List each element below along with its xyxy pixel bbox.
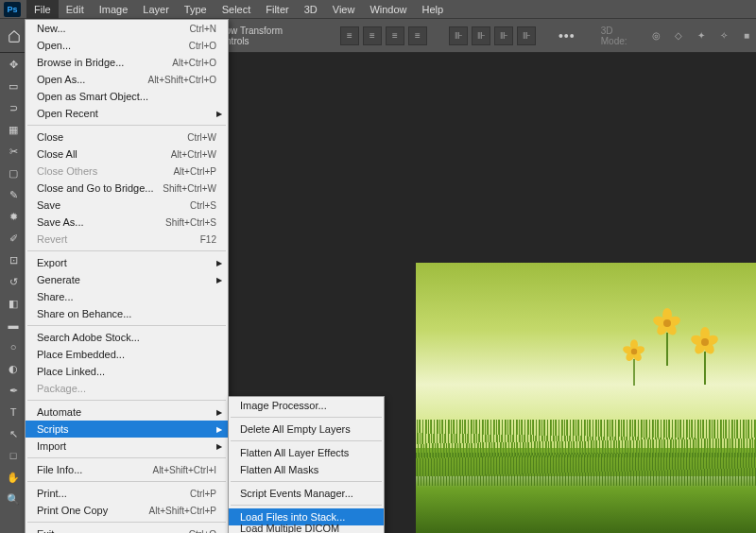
more-options-icon[interactable]: ••• — [558, 28, 576, 43]
menu-item-shortcut: Shift+Ctrl+S — [165, 217, 216, 228]
menu-3d[interactable]: 3D — [297, 0, 325, 19]
file-menu-close-and-go-to-bridge[interactable]: Close and Go to Bridge...Shift+Ctrl+W — [26, 180, 228, 197]
lasso-tool[interactable]: ⊃ — [3, 98, 24, 117]
file-menu-save[interactable]: SaveCtrl+S — [26, 197, 228, 214]
file-menu-new[interactable]: New...Ctrl+N — [26, 20, 228, 37]
file-menu-save-as[interactable]: Save As...Shift+Ctrl+S — [26, 214, 228, 231]
file-menu-file-info[interactable]: File Info...Alt+Shift+Ctrl+I — [26, 461, 228, 478]
eyedropper-tool[interactable]: ✎ — [3, 185, 24, 204]
menu-item-label: Browse in Bridge... — [37, 57, 172, 68]
menu-image[interactable]: Image — [92, 0, 136, 19]
menu-item-label: Exit — [37, 528, 189, 533]
scripts-menu-script-events-manager[interactable]: Script Events Manager... — [229, 485, 384, 502]
menu-item-label: New... — [37, 23, 189, 34]
menu-item-label: Flatten All Masks — [240, 464, 372, 475]
menu-item-label: Image Processor... — [240, 400, 372, 411]
type-tool[interactable]: T — [3, 403, 24, 421]
file-menu-print[interactable]: Print...Ctrl+P — [26, 485, 228, 502]
marquee-tool[interactable]: ▭ — [3, 77, 24, 95]
menu-item-label: Automate — [37, 406, 216, 418]
menu-edit[interactable]: Edit — [59, 0, 92, 19]
menu-item-shortcut: Ctrl+N — [189, 24, 216, 34]
file-menu-open-as[interactable]: Open As...Alt+Shift+Ctrl+O — [26, 71, 228, 88]
menu-item-shortcut: Alt+Ctrl+P — [173, 166, 216, 177]
history-brush-tool[interactable]: ↺ — [3, 272, 24, 291]
align-center-icon[interactable]: ≡ — [363, 26, 382, 45]
file-menu-share[interactable]: Share... — [26, 288, 228, 305]
file-menu-open[interactable]: Open...Ctrl+O — [26, 37, 228, 54]
file-menu-share-on-behance[interactable]: Share on Behance... — [26, 305, 228, 322]
file-menu-automate[interactable]: Automate▶ — [26, 404, 228, 421]
scripts-menu-delete-all-empty-layers[interactable]: Delete All Empty Layers — [229, 421, 384, 438]
menu-view[interactable]: View — [325, 0, 363, 19]
file-menu-place-linked[interactable]: Place Linked... — [26, 363, 228, 380]
file-menu-search-adobe-stock[interactable]: Search Adobe Stock... — [26, 329, 228, 346]
menu-item-label: Share... — [37, 291, 216, 302]
file-menu-print-one-copy[interactable]: Print One CopyAlt+Shift+Ctrl+P — [26, 502, 228, 519]
align-top-icon[interactable]: ≡ — [408, 26, 427, 45]
menu-item-shortcut: Alt+Shift+Ctrl+I — [152, 465, 216, 475]
distribute-c-icon[interactable]: ⊪ — [494, 26, 513, 45]
file-menu-open-recent[interactable]: Open Recent▶ — [26, 105, 228, 122]
menu-item-shortcut: Alt+Shift+Ctrl+P — [149, 506, 216, 516]
file-menu-generate[interactable]: Generate▶ — [26, 271, 228, 288]
menu-item-shortcut: Ctrl+O — [189, 41, 216, 51]
menu-file[interactable]: File — [26, 0, 59, 19]
menu-item-label: Place Embedded... — [37, 349, 216, 360]
menu-item-shortcut: Shift+Ctrl+W — [163, 183, 216, 194]
scripts-menu-flatten-all-masks[interactable]: Flatten All Masks — [229, 461, 384, 478]
align-left-icon[interactable]: ≡ — [340, 26, 359, 45]
file-menu-separator — [27, 125, 226, 126]
scripts-menu-flatten-all-layer-effects[interactable]: Flatten All Layer Effects — [229, 444, 384, 461]
scripts-menu-image-processor[interactable]: Image Processor... — [229, 397, 384, 414]
submenu-arrow-icon: ▶ — [216, 442, 222, 451]
menu-item-label: Search Adobe Stock... — [37, 332, 216, 343]
distribute-h-icon[interactable]: ⊪ — [449, 26, 468, 45]
dodge-tool[interactable]: ◐ — [3, 359, 24, 378]
file-menu-exit[interactable]: ExitCtrl+Q — [26, 525, 228, 533]
frame-tool[interactable]: ▢ — [3, 163, 24, 182]
menu-item-label: Open As... — [37, 74, 147, 85]
file-menu-export[interactable]: Export▶ — [26, 254, 228, 271]
file-menu-close[interactable]: CloseCtrl+W — [26, 129, 228, 146]
3d-camera-icon[interactable]: ■ — [737, 26, 756, 45]
distribute-s-icon[interactable]: ⊪ — [517, 26, 536, 45]
align-right-icon[interactable]: ≡ — [386, 26, 404, 45]
object-select-tool[interactable]: ▦ — [3, 120, 24, 139]
file-menu-browse-in-bridge[interactable]: Browse in Bridge...Alt+Ctrl+O — [26, 54, 228, 71]
scripts-menu-load-multiple-dicom-files[interactable]: Load Multiple DICOM Files... — [229, 525, 384, 533]
menu-item-label: Close Others — [37, 165, 173, 177]
crop-tool[interactable]: ✂ — [3, 142, 24, 161]
pen-tool[interactable]: ✒ — [3, 381, 24, 400]
3d-pan-icon[interactable]: ◇ — [669, 26, 688, 45]
menu-select[interactable]: Select — [215, 0, 259, 19]
menu-layer[interactable]: Layer — [135, 0, 177, 19]
path-select-tool[interactable]: ↖ — [3, 424, 24, 443]
3d-orbit-icon[interactable]: ◎ — [646, 26, 665, 45]
menu-item-label: Revert — [37, 233, 200, 245]
menu-window[interactable]: Window — [362, 0, 414, 19]
menu-filter[interactable]: Filter — [258, 0, 296, 19]
file-menu-close-all[interactable]: Close AllAlt+Ctrl+W — [26, 146, 228, 163]
3d-scale-icon[interactable]: ✧ — [714, 26, 733, 45]
rectangle-tool[interactable]: □ — [3, 446, 24, 465]
file-menu-scripts[interactable]: Scripts▶ — [26, 421, 228, 438]
eraser-tool[interactable]: ◧ — [3, 294, 24, 313]
menu-item-label: Save — [37, 199, 190, 211]
file-menu-open-as-smart-object[interactable]: Open as Smart Object... — [26, 88, 228, 105]
zoom-tool[interactable]: 🔍 — [3, 490, 24, 508]
gradient-tool[interactable]: ▬ — [3, 316, 24, 335]
menu-help[interactable]: Help — [415, 0, 452, 19]
file-menu-import[interactable]: Import▶ — [26, 438, 228, 455]
distribute-v-icon[interactable]: ⊪ — [472, 26, 490, 45]
file-menu-place-embedded[interactable]: Place Embedded... — [26, 346, 228, 363]
menu-type[interactable]: Type — [177, 0, 215, 19]
blur-tool[interactable]: ○ — [3, 337, 24, 356]
move-tool[interactable]: ✥ — [3, 55, 24, 74]
home-icon[interactable] — [6, 26, 24, 45]
stamp-tool[interactable]: ⊡ — [3, 250, 24, 269]
spot-heal-tool[interactable]: ✹ — [3, 207, 24, 226]
3d-move-icon[interactable]: ✦ — [692, 26, 711, 45]
hand-tool[interactable]: ✋ — [3, 468, 24, 487]
brush-tool[interactable]: ✐ — [3, 229, 24, 248]
